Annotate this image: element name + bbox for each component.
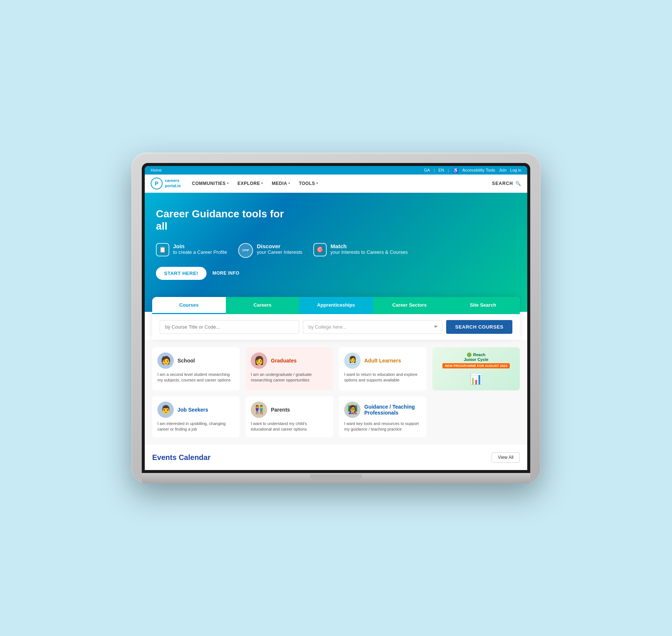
communities-chevron-icon: ▾ — [227, 182, 229, 185]
search-courses-button[interactable]: SEARCH COURSES — [446, 320, 512, 334]
view-all-button[interactable]: View All — [492, 452, 520, 463]
join-icon: 📋 — [156, 243, 169, 256]
filler-card — [432, 396, 520, 438]
avatar-graduates: 👩 — [251, 352, 267, 369]
avatar-parents: 👫 — [251, 402, 267, 418]
hero-features: 📋 Join to create a Career Profile CPIP D… — [156, 243, 516, 258]
lang-en[interactable]: EN — [438, 168, 444, 172]
feature-join-text: Join to create a Career Profile — [173, 243, 227, 255]
search-bar: by College here... SEARCH COURSES — [152, 314, 520, 340]
card-title-parents: Parents — [271, 407, 290, 413]
explore-chevron-icon: ▾ — [261, 182, 263, 185]
reach-graphic: 📊 — [470, 373, 483, 385]
tabs-nav: Courses Careers Apprenticeships Career S… — [152, 297, 520, 314]
feature-match-text: Match your Interests to Careers & Course… — [330, 243, 407, 255]
card-seekers[interactable]: 👨 Job Seekers I am interested in upskill… — [152, 396, 240, 438]
nav-communities[interactable]: COMMUNITIES ▾ — [188, 179, 232, 188]
reach-logo: 🟢 ReachJunior Cycle — [464, 352, 488, 362]
avatar-guidance: 👩‍🏫 — [344, 402, 361, 418]
laptop-base — [142, 473, 530, 483]
search-nav-button[interactable]: SEARCH 🔍 — [492, 181, 521, 186]
tabs-section: Courses Careers Apprenticeships Career S… — [152, 297, 520, 340]
lang-ga[interactable]: GA — [424, 168, 430, 172]
card-graduates[interactable]: 👩 Graduates I am an undergraduate / grad… — [246, 347, 333, 390]
college-select[interactable]: by College here... — [303, 320, 442, 334]
nav-media[interactable]: MEDIA ▾ — [268, 179, 294, 188]
card-title-school: School — [177, 358, 195, 364]
search-nav-icon: 🔍 — [515, 181, 521, 186]
cards-section: 🧑 School I am a second level student res… — [145, 340, 527, 445]
feature-join: 📋 Join to create a Career Profile — [156, 243, 227, 258]
feature-discover: CPIP Discover your Career Interests — [238, 243, 302, 258]
hero-title: Career Guidance tools for all — [156, 208, 297, 233]
card-desc-seekers: I am interested in upskilling, changing … — [157, 421, 234, 432]
accessibility-icon: ♿ — [452, 167, 458, 173]
join-link[interactable]: Join — [499, 168, 506, 172]
tab-apprenticeships[interactable]: Apprenticeships — [299, 297, 373, 314]
start-here-button[interactable]: START HERE! — [156, 267, 207, 280]
card-desc-adult: I want to return to education and explor… — [344, 372, 421, 383]
logo-circle: P — [151, 178, 163, 189]
card-desc-graduates: I am an undergraduate / graduate researc… — [251, 372, 328, 383]
nav-explore[interactable]: EXPLORE ▾ — [234, 179, 266, 188]
card-adult[interactable]: 👩‍💼 Adult Learners I want to return to e… — [339, 347, 426, 390]
top-bar: Home GA | EN | ♿ Accessibility Tools Joi… — [145, 166, 527, 175]
media-chevron-icon: ▾ — [288, 182, 290, 185]
logo[interactable]: P careers portal.ie — [151, 178, 181, 189]
logo-text: careers portal.ie — [165, 178, 181, 188]
home-link[interactable]: Home — [151, 168, 161, 172]
nav-links: COMMUNITIES ▾ EXPLORE ▾ MEDIA ▾ TOOLS ▾ — [188, 179, 485, 188]
card-desc-guidance: I want key tools and resources to suppor… — [344, 421, 421, 432]
card-parents[interactable]: 👫 Parents I want to understand my child'… — [246, 396, 333, 438]
cpip-badge: CPIP — [238, 243, 253, 258]
accessibility-tools-link[interactable]: Accessibility Tools — [462, 168, 495, 172]
events-title: Events Calendar — [152, 453, 211, 462]
course-search-input[interactable] — [160, 320, 299, 334]
feature-discover-text: Discover your Career Interests — [257, 243, 302, 255]
card-desc-parents: I want to understand my child's educatio… — [251, 421, 328, 432]
card-title-graduates: Graduates — [271, 358, 297, 364]
tab-career-sectors[interactable]: Career Sectors — [373, 297, 447, 314]
logo-letter: P — [155, 180, 158, 186]
card-title-guidance: Guidance / Teaching Professionals — [364, 404, 421, 416]
avatar-adult: 👩‍💼 — [344, 352, 361, 369]
reach-badge: New Programme for August 2024 — [442, 363, 509, 368]
tab-careers[interactable]: Careers — [226, 297, 300, 314]
card-title-seekers: Job Seekers — [177, 407, 208, 413]
card-reach[interactable]: 🟢 ReachJunior Cycle New Programme for Au… — [432, 347, 520, 390]
card-guidance[interactable]: 👩‍🏫 Guidance / Teaching Professionals I … — [339, 396, 426, 438]
more-info-button[interactable]: MORE INFO — [212, 271, 240, 276]
hero-section: Career Guidance tools for all 📋 Join to … — [145, 193, 527, 312]
avatar-school: 🧑 — [157, 352, 174, 369]
avatar-seekers: 👨 — [157, 402, 174, 418]
card-school[interactable]: 🧑 School I am a second level student res… — [152, 347, 240, 390]
feature-match: 🎯 Match your Interests to Careers & Cour… — [313, 243, 407, 258]
nav-tools[interactable]: TOOLS ▾ — [295, 179, 321, 188]
events-section: Events Calendar View All — [145, 445, 527, 470]
tools-chevron-icon: ▾ — [316, 182, 318, 185]
tab-courses[interactable]: Courses — [152, 297, 226, 314]
card-title-adult: Adult Learners — [364, 358, 401, 364]
navbar: P careers portal.ie COMMUNITIES ▾ EXPLOR… — [145, 175, 527, 193]
match-icon: 🎯 — [313, 243, 327, 256]
lang-separator-2: | — [448, 168, 449, 172]
login-link[interactable]: Log in — [510, 168, 521, 172]
hero-buttons: START HERE! MORE INFO — [156, 267, 516, 280]
tab-site-search[interactable]: Site Search — [446, 297, 520, 314]
laptop-notch — [310, 474, 362, 480]
card-desc-school: I am a second level student researching … — [157, 372, 234, 383]
